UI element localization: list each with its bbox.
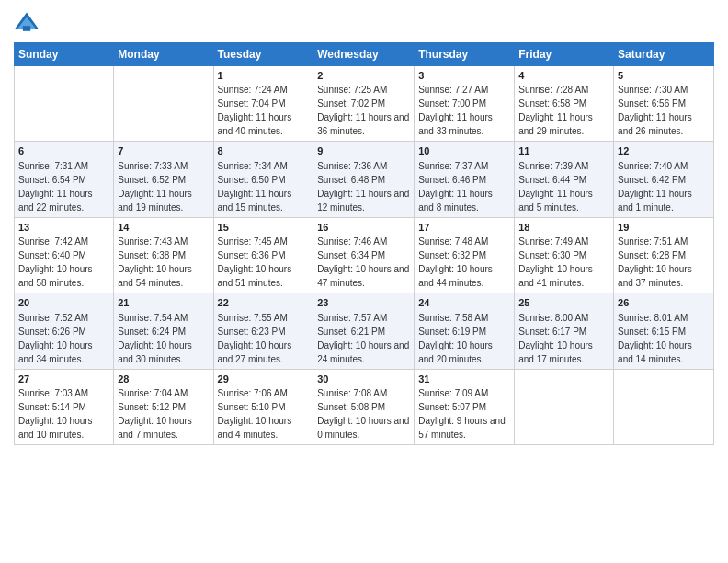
calendar-cell: 25Sunrise: 8:00 AMSunset: 6:17 PMDayligh…: [515, 293, 614, 369]
day-number: 8: [218, 144, 310, 158]
day-info: Sunrise: 7:09 AMSunset: 5:07 PMDaylight:…: [418, 388, 506, 440]
calendar-cell: 6Sunrise: 7:31 AMSunset: 6:54 PMDaylight…: [15, 142, 114, 217]
day-info: Sunrise: 7:46 AMSunset: 6:34 PMDaylight:…: [317, 236, 409, 288]
calendar-cell: 13Sunrise: 7:42 AMSunset: 6:40 PMDayligh…: [15, 217, 114, 293]
day-number: 30: [317, 373, 410, 386]
calendar-table: SundayMondayTuesdayWednesdayThursdayFrid…: [14, 42, 714, 445]
day-number: 2: [317, 69, 410, 83]
day-info: Sunrise: 7:24 AMSunset: 7:04 PMDaylight:…: [218, 85, 292, 136]
calendar-cell: 29Sunrise: 7:06 AMSunset: 5:10 PMDayligh…: [213, 369, 313, 444]
calendar-week-row: 13Sunrise: 7:42 AMSunset: 6:40 PMDayligh…: [15, 217, 714, 293]
calendar-cell: 26Sunrise: 8:01 AMSunset: 6:15 PMDayligh…: [614, 293, 714, 369]
day-info: Sunrise: 7:40 AMSunset: 6:42 PMDaylight:…: [618, 161, 692, 213]
day-number: 29: [218, 373, 310, 386]
day-number: 6: [18, 144, 109, 158]
day-number: 28: [118, 373, 209, 386]
day-info: Sunrise: 8:00 AMSunset: 6:17 PMDaylight:…: [518, 313, 593, 364]
day-number: 25: [518, 296, 609, 310]
calendar-cell: 19Sunrise: 7:51 AMSunset: 6:28 PMDayligh…: [614, 217, 714, 293]
calendar-header-row: SundayMondayTuesdayWednesdayThursdayFrid…: [15, 43, 714, 66]
weekday-header-sunday: Sunday: [15, 43, 114, 66]
day-info: Sunrise: 7:04 AMSunset: 5:12 PMDaylight:…: [118, 388, 192, 440]
logo: [14, 9, 43, 35]
calendar-cell: 21Sunrise: 7:54 AMSunset: 6:24 PMDayligh…: [114, 293, 213, 369]
calendar-cell: 16Sunrise: 7:46 AMSunset: 6:34 PMDayligh…: [313, 217, 415, 293]
calendar-cell: 23Sunrise: 7:57 AMSunset: 6:21 PMDayligh…: [313, 293, 415, 369]
calendar-cell: 28Sunrise: 7:04 AMSunset: 5:12 PMDayligh…: [114, 369, 213, 444]
day-info: Sunrise: 7:37 AMSunset: 6:46 PMDaylight:…: [418, 161, 493, 213]
day-info: Sunrise: 7:45 AMSunset: 6:36 PMDaylight:…: [218, 236, 292, 288]
day-number: 24: [418, 296, 510, 310]
calendar-cell: 2Sunrise: 7:25 AMSunset: 7:02 PMDaylight…: [313, 66, 415, 142]
calendar-cell: [614, 369, 714, 444]
calendar-cell: 20Sunrise: 7:52 AMSunset: 6:26 PMDayligh…: [15, 293, 114, 369]
page: SundayMondayTuesdayWednesdayThursdayFrid…: [0, 0, 728, 454]
calendar-cell: 1Sunrise: 7:24 AMSunset: 7:04 PMDaylight…: [213, 66, 313, 142]
calendar-cell: 9Sunrise: 7:36 AMSunset: 6:48 PMDaylight…: [313, 142, 415, 217]
calendar-cell: 4Sunrise: 7:28 AMSunset: 6:58 PMDaylight…: [515, 66, 614, 142]
day-info: Sunrise: 7:54 AMSunset: 6:24 PMDaylight:…: [118, 313, 192, 364]
calendar-cell: 27Sunrise: 7:03 AMSunset: 5:14 PMDayligh…: [15, 369, 114, 444]
day-number: 16: [317, 221, 410, 235]
calendar-cell: 30Sunrise: 7:08 AMSunset: 5:08 PMDayligh…: [313, 369, 415, 444]
day-info: Sunrise: 7:34 AMSunset: 6:50 PMDaylight:…: [218, 161, 292, 213]
day-info: Sunrise: 7:58 AMSunset: 6:19 PMDaylight:…: [418, 313, 493, 364]
calendar-cell: 8Sunrise: 7:34 AMSunset: 6:50 PMDaylight…: [213, 142, 313, 217]
calendar-cell: 22Sunrise: 7:55 AMSunset: 6:23 PMDayligh…: [213, 293, 313, 369]
calendar-cell: 12Sunrise: 7:40 AMSunset: 6:42 PMDayligh…: [614, 142, 714, 217]
day-number: 5: [618, 69, 710, 83]
calendar-cell: [515, 369, 614, 444]
day-number: 4: [518, 69, 609, 83]
day-info: Sunrise: 7:57 AMSunset: 6:21 PMDaylight:…: [317, 313, 409, 364]
day-info: Sunrise: 7:49 AMSunset: 6:30 PMDaylight:…: [518, 236, 593, 288]
day-info: Sunrise: 8:01 AMSunset: 6:15 PMDaylight:…: [618, 313, 692, 364]
calendar-cell: [15, 66, 114, 142]
day-number: 19: [618, 221, 710, 235]
calendar-week-row: 6Sunrise: 7:31 AMSunset: 6:54 PMDaylight…: [15, 142, 714, 217]
day-info: Sunrise: 7:55 AMSunset: 6:23 PMDaylight:…: [218, 313, 292, 364]
day-number: 9: [317, 144, 410, 158]
day-info: Sunrise: 7:08 AMSunset: 5:08 PMDaylight:…: [317, 388, 409, 440]
day-info: Sunrise: 7:36 AMSunset: 6:48 PMDaylight:…: [317, 161, 409, 213]
day-number: 10: [418, 144, 510, 158]
day-number: 31: [418, 373, 510, 386]
day-info: Sunrise: 7:52 AMSunset: 6:26 PMDaylight:…: [18, 313, 93, 364]
day-number: 17: [418, 221, 510, 235]
day-info: Sunrise: 7:25 AMSunset: 7:02 PMDaylight:…: [317, 85, 409, 136]
calendar-cell: 11Sunrise: 7:39 AMSunset: 6:44 PMDayligh…: [515, 142, 614, 217]
calendar-cell: 14Sunrise: 7:43 AMSunset: 6:38 PMDayligh…: [114, 217, 213, 293]
day-info: Sunrise: 7:28 AMSunset: 6:58 PMDaylight:…: [518, 85, 593, 136]
day-number: 27: [18, 373, 109, 386]
day-info: Sunrise: 7:43 AMSunset: 6:38 PMDaylight:…: [118, 236, 192, 288]
weekday-header-tuesday: Tuesday: [213, 43, 313, 66]
day-info: Sunrise: 7:03 AMSunset: 5:14 PMDaylight:…: [18, 388, 93, 440]
calendar-cell: 18Sunrise: 7:49 AMSunset: 6:30 PMDayligh…: [515, 217, 614, 293]
day-number: 23: [317, 296, 410, 310]
day-number: 14: [118, 221, 209, 235]
calendar-cell: 7Sunrise: 7:33 AMSunset: 6:52 PMDaylight…: [114, 142, 213, 217]
day-info: Sunrise: 7:06 AMSunset: 5:10 PMDaylight:…: [218, 388, 292, 440]
day-number: 11: [518, 144, 609, 158]
day-info: Sunrise: 7:48 AMSunset: 6:32 PMDaylight:…: [418, 236, 493, 288]
day-number: 22: [218, 296, 310, 310]
calendar-week-row: 27Sunrise: 7:03 AMSunset: 5:14 PMDayligh…: [15, 369, 714, 444]
day-number: 18: [518, 221, 609, 235]
calendar-week-row: 1Sunrise: 7:24 AMSunset: 7:04 PMDaylight…: [15, 66, 714, 142]
logo-icon: [14, 9, 40, 35]
weekday-header-thursday: Thursday: [415, 43, 515, 66]
day-number: 15: [218, 221, 310, 235]
day-info: Sunrise: 7:33 AMSunset: 6:52 PMDaylight:…: [118, 161, 192, 213]
weekday-header-monday: Monday: [114, 43, 213, 66]
calendar-week-row: 20Sunrise: 7:52 AMSunset: 6:26 PMDayligh…: [15, 293, 714, 369]
calendar-cell: 3Sunrise: 7:27 AMSunset: 7:00 PMDaylight…: [415, 66, 515, 142]
day-number: 21: [118, 296, 209, 310]
day-number: 1: [218, 69, 310, 83]
svg-rect-2: [23, 26, 30, 31]
day-number: 12: [618, 144, 710, 158]
day-number: 26: [618, 296, 710, 310]
day-number: 20: [18, 296, 109, 310]
calendar-cell: 24Sunrise: 7:58 AMSunset: 6:19 PMDayligh…: [415, 293, 515, 369]
day-number: 13: [18, 221, 109, 235]
day-info: Sunrise: 7:31 AMSunset: 6:54 PMDaylight:…: [18, 161, 93, 213]
calendar-cell: 10Sunrise: 7:37 AMSunset: 6:46 PMDayligh…: [415, 142, 515, 217]
